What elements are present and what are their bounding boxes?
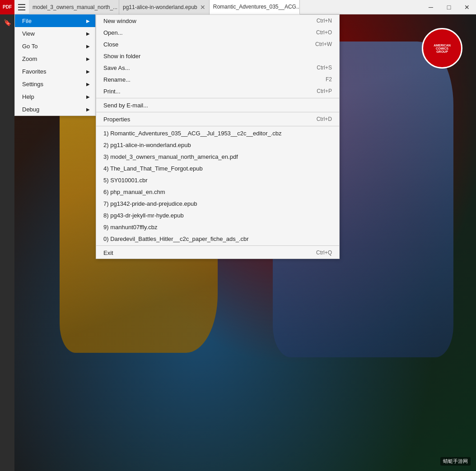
submenu-print[interactable]: Print... Ctrl+P: [96, 85, 339, 97]
tab-2-label: Romantic_Adventures_035__ACG...: [213, 4, 300, 10]
chevron-right-icon: ▶: [86, 18, 90, 23]
tabs-container: model_3_owners_manual_north_... ✕ pg11-a…: [29, 0, 422, 14]
chevron-right-icon: ▶: [86, 107, 90, 112]
submenu-recent-2[interactable]: 2) pg11-alice-in-wonderland.epub: [96, 139, 339, 151]
window-controls: ─ □ ✕: [422, 0, 476, 14]
chevron-right-icon: ▶: [86, 82, 90, 87]
submenu-recent-9[interactable]: 9) manhunt07ffly.cbz: [96, 221, 339, 233]
chevron-right-icon: ▶: [86, 31, 90, 36]
submenu-separator-3: [96, 126, 339, 126]
chevron-right-icon: ▶: [86, 44, 90, 49]
submenu-recent-7[interactable]: 7) pg1342-pride-and-prejudice.epub: [96, 198, 339, 209]
tab-0-label: model_3_owners_manual_north_...: [33, 4, 117, 10]
menu-item-view[interactable]: View ▶: [15, 27, 95, 40]
menu-item-zoom[interactable]: Zoom ▶: [15, 52, 95, 65]
submenu-recent-8[interactable]: 8) pg43-dr-jekyll-mr-hyde.epub: [96, 209, 339, 221]
submenu-separator-2: [96, 112, 339, 112]
left-menu: File ▶ View ▶ Go To ▶ Zoom ▶ Favorites ▶…: [14, 14, 96, 116]
submenu-recent-6[interactable]: 6) php_manual_en.chm: [96, 186, 339, 198]
submenu-rename[interactable]: Rename... F2: [96, 74, 339, 85]
submenu-recent-4[interactable]: 4) The_Land_That_Time_Forgot.epub: [96, 162, 339, 174]
tab-1-label: pg11-alice-in-wonderland.epub: [123, 4, 197, 10]
menu-item-file[interactable]: File ▶: [15, 14, 95, 27]
close-button[interactable]: ✕: [458, 0, 476, 14]
submenu-exit[interactable]: Exit Ctrl+Q: [96, 247, 339, 259]
main-area: 🔖 File ▶ View ▶ Go To ▶ Zoom ▶ Favorites: [0, 14, 476, 471]
submenu-recent-5[interactable]: 5) SY010001.cbr: [96, 174, 339, 186]
submenu-recent-0[interactable]: 0) Daredevil_Battles_Hitler__c2c_paper_f…: [96, 233, 339, 245]
app-logo: PDF: [0, 0, 14, 14]
submenu-new-window[interactable]: New window Ctrl+N: [96, 15, 339, 27]
submenu-show-in-folder[interactable]: Show in folder: [96, 50, 339, 62]
chevron-right-icon: ▶: [86, 94, 90, 99]
submenu-separator-4: [96, 245, 339, 246]
submenu-send-email[interactable]: Send by E-mail...: [96, 99, 339, 111]
submenu-recent-1[interactable]: 1) Romantic_Adventures_035__ACG__Jul_195…: [96, 127, 339, 139]
maximize-button[interactable]: □: [440, 0, 458, 14]
submenu-separator-1: [96, 98, 339, 98]
chevron-right-icon: ▶: [86, 56, 90, 61]
title-bar: PDF model_3_owners_manual_north_... ✕ pg…: [0, 0, 476, 14]
menu-item-goto[interactable]: Go To ▶: [15, 40, 95, 52]
submenu-save-as[interactable]: Save As... Ctrl+S: [96, 62, 339, 74]
menu-backdrop: File ▶ View ▶ Go To ▶ Zoom ▶ Favorites ▶…: [0, 14, 476, 471]
submenu-properties[interactable]: Properties Ctrl+D: [96, 113, 339, 125]
menu-item-help[interactable]: Help ▶: [15, 90, 95, 103]
submenu-open[interactable]: Open... Ctrl+O: [96, 27, 339, 38]
menu-item-settings[interactable]: Settings ▶: [15, 78, 95, 90]
tab-2[interactable]: Romantic_Adventures_035__ACG... ✕: [210, 0, 300, 14]
tab-1[interactable]: pg11-alice-in-wonderland.epub ✕: [119, 0, 210, 14]
tab-1-close[interactable]: ✕: [200, 4, 205, 11]
minimize-button[interactable]: ─: [422, 0, 440, 14]
tab-0[interactable]: model_3_owners_manual_north_... ✕: [29, 0, 119, 14]
submenu-recent-3[interactable]: 3) model_3_owners_manual_north_america_e…: [96, 151, 339, 162]
submenu-close[interactable]: Close Ctrl+W: [96, 38, 339, 50]
menu-item-favorites[interactable]: Favorites ▶: [15, 65, 95, 78]
hamburger-button[interactable]: [14, 0, 29, 14]
chevron-right-icon: ▶: [86, 69, 90, 74]
menu-item-debug[interactable]: Debug ▶: [15, 103, 95, 115]
file-submenu: New window Ctrl+N Open... Ctrl+O Close C…: [96, 14, 340, 259]
